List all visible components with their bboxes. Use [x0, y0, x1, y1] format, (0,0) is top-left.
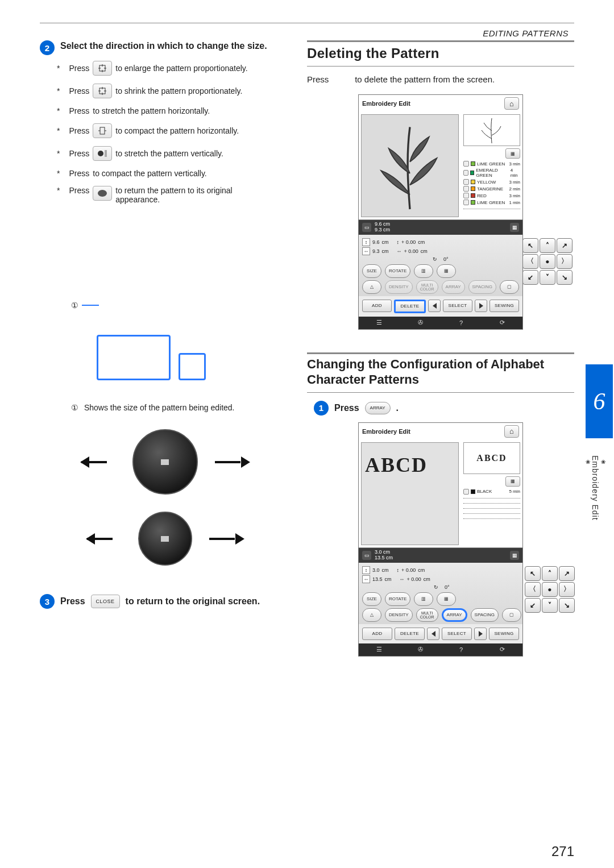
arrow-left-icon [81, 454, 115, 471]
delete-intro: Press to delete the pattern from the scr… [307, 74, 574, 84]
preview-thumb: ABCD [463, 442, 520, 474]
array-button[interactable]: ARRAY [442, 280, 465, 294]
dpad-up[interactable]: ˄ [542, 566, 558, 581]
disc-row-2 [40, 512, 290, 566]
rotate-button[interactable]: ROTATE [385, 592, 410, 606]
pattern-size-box-small [179, 353, 206, 380]
select-button[interactable]: SELECT [442, 628, 472, 640]
frame-button[interactable]: ▢ [500, 280, 519, 294]
add-button[interactable]: ADD [362, 628, 392, 640]
mirror-button[interactable]: ▥ [414, 264, 433, 278]
sewing-button[interactable]: SEWING [489, 628, 519, 640]
flip-button[interactable]: △ [362, 280, 381, 294]
settings-icon[interactable]: ⟳ [497, 319, 507, 326]
compact-h-icon [93, 123, 112, 138]
help-icon[interactable]: ? [456, 319, 466, 326]
thread-color-list: LIME GREEN3 min EMERALD GREEN4 min YELLO… [463, 161, 520, 206]
dpad-down[interactable]: ˅ [542, 598, 558, 613]
dpad-dr[interactable]: ↘ [559, 598, 575, 613]
grid-icon[interactable]: ▦ [510, 223, 519, 232]
zoom-icon[interactable]: ▦ [505, 148, 520, 159]
callout-1-desc: ① Shows the size of the pattern being ed… [71, 403, 290, 412]
shrink-icon [93, 84, 112, 98]
dpad-dl[interactable]: ↙ [525, 598, 541, 613]
select-next[interactable] [475, 300, 487, 312]
step-2-title: Select the direction in which to change … [60, 40, 267, 55]
press-compact-h: Press to compact the pattern horizontall… [57, 123, 290, 138]
select-prev[interactable] [427, 628, 439, 640]
dpad-dr[interactable]: ↘ [557, 270, 572, 285]
step-1-badge: 1 [314, 401, 329, 416]
dpad-right[interactable]: 〉 [557, 254, 572, 269]
sewing-button[interactable]: SEWING [489, 300, 519, 312]
home-icon[interactable]: ⌂ [504, 97, 519, 110]
dpad-ur[interactable]: ↗ [559, 566, 575, 581]
right-column: Deleting the Pattern Press to delete the… [307, 29, 574, 845]
dpad-left[interactable]: 〈 [525, 582, 541, 597]
frame-icon: ▭ [362, 223, 371, 232]
dpad-center[interactable]: ● [540, 254, 555, 269]
screen-array: Embroidery Edit ⌂ ABCD ABCD ▦ BLACK5 min [358, 422, 523, 657]
spacing-button[interactable]: SPACING [471, 608, 499, 622]
tools-icon[interactable]: ✇ [415, 319, 425, 326]
rotate-button[interactable]: ROTATE [385, 264, 410, 278]
press-stretch-h: Press to stretch the pattern horizontall… [57, 106, 290, 115]
arrow-right-icon [209, 530, 243, 547]
screen2-title: Embroidery Edit [362, 428, 410, 435]
svg-point-3 [98, 151, 103, 156]
home-icon[interactable]: ⌂ [504, 425, 519, 438]
settings-icon[interactable]: ⟳ [497, 646, 507, 653]
frame-icon: ▭ [362, 551, 371, 560]
dpad-center[interactable]: ● [542, 582, 558, 597]
size-button[interactable]: SIZE [362, 264, 381, 278]
select-next[interactable] [474, 628, 487, 640]
density-button[interactable]: DENSITY [385, 280, 413, 294]
dpad-left[interactable]: 〈 [522, 254, 538, 269]
pattern-disc-small [138, 512, 192, 566]
dpad-ur[interactable]: ↗ [557, 238, 572, 253]
dimension-strip: ▭ 3.0 cm13.5 cm ▦ [359, 548, 522, 563]
flip-button[interactable]: △ [362, 608, 381, 622]
screen1-title: Embroidery Edit [362, 100, 410, 107]
dpad-ul[interactable]: ↖ [525, 566, 541, 581]
spacing-button[interactable]: SPACING [468, 280, 496, 294]
mirror-button[interactable]: ▥ [414, 592, 433, 606]
frame-button[interactable]: ▢ [502, 608, 521, 622]
arrow-right-icon [215, 454, 249, 471]
dpad-up[interactable]: ˄ [540, 238, 555, 253]
callout-1: ① [71, 301, 99, 310]
press-shrink: Press to shrink the pattern proportionat… [57, 84, 290, 98]
palette-button[interactable]: ▦ [437, 592, 456, 606]
svg-rect-2 [100, 127, 105, 134]
pattern-disc-large [132, 429, 198, 495]
delete-button[interactable]: DELETE [394, 300, 426, 313]
step-3-badge: 3 [40, 594, 55, 609]
select-button[interactable]: SELECT [443, 300, 472, 312]
array-button[interactable]: ARRAY [442, 608, 467, 622]
footer-bar: ☰ ✇ ? ⟳ [359, 317, 522, 329]
add-button[interactable]: ADD [362, 300, 392, 312]
direction-pad: ↖ ˄ ↗ 〈 ● 〉 ↙ ˅ ↘ [522, 238, 572, 294]
dpad-dl[interactable]: ↙ [522, 270, 538, 285]
chapter-tab: 6 [586, 364, 613, 438]
heading-config: Changing the Configuration of Alphabet C… [307, 356, 574, 388]
help-icon[interactable]: ? [456, 646, 466, 653]
grid-icon[interactable]: ▦ [510, 551, 519, 560]
dpad-ul[interactable]: ↖ [522, 238, 538, 253]
multicolor-button[interactable]: MULTI COLOR [416, 280, 438, 294]
menu-icon[interactable]: ☰ [374, 646, 384, 653]
size-button[interactable]: SIZE [362, 592, 381, 606]
multicolor-button[interactable]: MULTI COLOR [416, 608, 438, 622]
select-prev[interactable] [428, 300, 441, 312]
heading-deleting: Deleting the Pattern [307, 45, 574, 61]
delete-button[interactable]: DELETE [395, 628, 425, 640]
palette-button[interactable]: ▦ [437, 264, 456, 278]
menu-icon[interactable]: ☰ [374, 319, 384, 326]
thread-color-list: BLACK5 min [463, 489, 520, 496]
dpad-down[interactable]: ˅ [540, 270, 555, 285]
dpad-right[interactable]: 〉 [559, 582, 575, 597]
tools-icon[interactable]: ✇ [415, 646, 425, 653]
zoom-icon[interactable]: ▦ [505, 476, 520, 487]
density-button[interactable]: DENSITY [385, 608, 413, 622]
svg-rect-4 [105, 150, 107, 157]
